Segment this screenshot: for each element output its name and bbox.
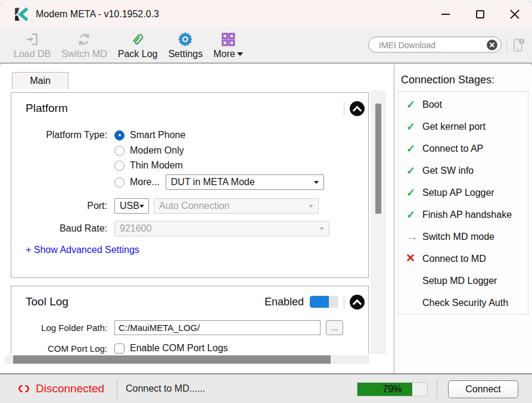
stage-label: Setup AP Logger [422, 188, 494, 198]
tool-log-panel-header: Tool Log Enabled [11, 286, 368, 317]
more-label: More [213, 48, 242, 60]
meta-mode-dropdown[interactable]: DUT in META Mode [166, 174, 324, 190]
meta-mode-value: DUT in META Mode [171, 177, 255, 188]
pack-log-paperclip-icon [130, 30, 146, 48]
stage-label: Connect to MD [422, 254, 486, 264]
port-label: Port: [22, 201, 114, 211]
stage-status-icon [406, 254, 422, 264]
dropdown-arrow-icon [139, 205, 144, 208]
stage-status-icon [406, 165, 422, 176]
search-clear-icon[interactable] [487, 39, 497, 50]
window-title: Modem META - v10.1952.0.3 [36, 9, 159, 20]
more-caret-icon [237, 52, 243, 56]
radio-more[interactable] [114, 177, 125, 188]
com-port-log-checkbox-label: Enable COM Port Logs [130, 343, 228, 354]
show-advanced-settings-link[interactable]: + Show Advanced Settings [26, 245, 139, 255]
baud-rate-label: Baud Rate: [22, 223, 114, 234]
stage-status-icon [406, 143, 422, 154]
vertical-scrollbar[interactable] [371, 90, 386, 354]
baud-rate-dropdown: 921600 [114, 221, 329, 236]
more-button[interactable]: More [208, 30, 248, 60]
stage-label: Switch MD mode [422, 232, 494, 242]
load-db-icon [24, 30, 40, 48]
horizontal-scrollbar-thumb[interactable] [13, 355, 331, 364]
search-box[interactable] [368, 37, 502, 53]
connect-button[interactable]: Connect [448, 380, 518, 398]
switch-md-button[interactable]: Switch MD [56, 30, 112, 60]
minimize-icon [441, 14, 450, 15]
connection-value: Auto Connection [159, 201, 229, 211]
com-port-log-checkbox[interactable] [114, 343, 125, 354]
stage-label: Get kernel port [422, 121, 486, 132]
stage-row: Setup AP Logger [399, 182, 528, 204]
maximize-icon [476, 10, 484, 18]
toolbar-separator [506, 38, 507, 52]
screen: Modem META - v10.1952.0.3 Load DB [0, 0, 532, 403]
progress-label: 79% [357, 383, 427, 396]
close-icon [509, 9, 520, 20]
browse-button[interactable]: ... [326, 320, 343, 335]
platform-collapse-button[interactable] [350, 101, 365, 116]
port-value: USB [120, 201, 139, 211]
stage-row: Setup MD Logger [399, 270, 528, 292]
window-controls [428, 1, 532, 27]
statusbar-message: Connect to MD...... [126, 383, 205, 394]
tab-main[interactable]: Main [12, 72, 69, 89]
horizontal-scrollbar[interactable] [5, 355, 369, 364]
statusbar-separator [437, 379, 437, 399]
tool-log-panel: Tool Log Enabled Log Folder Path: ... [11, 286, 369, 354]
minimize-button[interactable] [428, 1, 463, 27]
com-port-log-label: COM Port Log: [22, 343, 114, 354]
progress-bar: 79% [357, 382, 428, 396]
radio-smart-phone[interactable] [114, 130, 125, 140]
stage-label: Check Security Auth [422, 298, 508, 308]
log-folder-row: Log Folder Path: ... [22, 320, 343, 335]
stage-row: Connect to MD [399, 248, 528, 270]
port-dropdown[interactable]: USB [114, 198, 149, 214]
log-folder-label: Log Folder Path: [22, 323, 114, 333]
stage-row: Connect to AP [399, 138, 528, 160]
connection-stages-panel: Connection Stages: Boot Get kernel port … [395, 65, 532, 373]
stage-status-icon [406, 210, 422, 220]
load-db-button[interactable]: Load DB [8, 30, 56, 60]
platform-panel-header: Platform [11, 93, 368, 124]
main-column: Main Platform Platform Type: [0, 65, 394, 373]
connection-stages-list: Boot Get kernel port Connect to AP Get S… [398, 91, 528, 314]
platform-title: Platform [26, 102, 68, 115]
maximize-button[interactable] [463, 1, 497, 27]
pack-log-button[interactable]: Pack Log [113, 30, 163, 60]
stage-status-icon [406, 188, 422, 198]
device-info-icon[interactable] [512, 37, 525, 52]
status-bar: Disconnected Connect to MD...... 79% Con… [0, 373, 532, 403]
search-input[interactable] [379, 40, 487, 49]
dropdown-arrow-icon [319, 227, 324, 230]
stage-row: Check Security Auth [399, 292, 528, 314]
radio-modem-only-label: Modem Only [130, 145, 184, 156]
tab-strip: Main [0, 65, 394, 89]
settings-gear-icon [177, 30, 194, 48]
tool-log-collapse-button[interactable] [350, 295, 365, 310]
stage-label: Connect to AP [422, 143, 483, 154]
tool-log-toggle[interactable] [310, 296, 338, 308]
platform-type-row: Modem Only [114, 145, 184, 156]
close-button[interactable] [497, 1, 532, 27]
tool-log-enabled-label: Enabled [265, 296, 304, 308]
stage-row: Get kernel port [399, 115, 528, 138]
baud-rate-value: 921600 [120, 223, 151, 234]
stage-row: Finish AP handshake [399, 204, 528, 226]
stage-label: Boot [422, 99, 442, 110]
settings-button[interactable]: Settings [163, 30, 208, 60]
header-separator [344, 102, 344, 115]
log-folder-input[interactable] [114, 320, 321, 335]
toolbar: Load DB Switch MD Pack Log [0, 27, 532, 64]
radio-thin-modem[interactable] [114, 161, 125, 171]
radio-modem-only[interactable] [114, 146, 125, 156]
search-icon [374, 40, 375, 49]
platform-type-row: Thin Modem [114, 160, 183, 171]
com-port-log-row: COM Port Log: Enable COM Port Logs [22, 343, 228, 354]
load-db-label: Load DB [14, 48, 51, 60]
toggle-fill [310, 296, 329, 308]
dropdown-arrow-icon [314, 181, 319, 184]
vertical-scrollbar-thumb[interactable] [375, 104, 381, 214]
stage-status-icon [406, 231, 422, 242]
